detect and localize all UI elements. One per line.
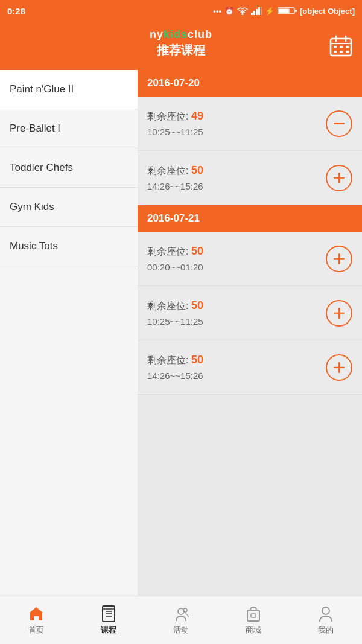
status-icons: ••• ⏰ ⚡ — [213, 7, 355, 16]
svg-rect-7 — [278, 9, 289, 13]
plus-button-3[interactable] — [326, 300, 352, 327]
plus-icon — [334, 362, 345, 373]
profile-icon — [317, 605, 334, 622]
profile-label: 我的 — [318, 625, 334, 636]
bottom-nav: 首页 课程 活动 — [0, 596, 362, 644]
nav-item-courses[interactable]: 课程 — [72, 605, 145, 636]
course-list: 2016-07-20 剩余座位: 49 10:25~~11:25 剩余座位: 5… — [138, 70, 362, 644]
brand-ny: ny — [150, 28, 164, 40]
plus-button-1[interactable] — [326, 165, 352, 191]
plus-button-2[interactable] — [326, 246, 352, 272]
svg-rect-15 — [334, 51, 337, 53]
battery-percent: [object Object] — [300, 7, 355, 16]
course-slot-info: 剩余座位: 50 14:26~~15:26 — [147, 354, 320, 381]
shop-label: 商城 — [246, 625, 261, 636]
course-slot-2-2: 剩余座位: 50 10:25~~11:25 — [138, 286, 362, 340]
minus-icon — [334, 123, 345, 124]
seats-row: 剩余座位: 50 — [147, 245, 320, 258]
shop-icon — [245, 605, 262, 622]
sidebar-item-gym-kids[interactable]: Gym Kids — [0, 188, 138, 227]
course-slot-1-2: 剩余座位: 50 14:26~~15:26 — [138, 151, 362, 205]
plus-icon — [334, 308, 345, 319]
svg-point-28 — [322, 607, 329, 614]
seats-row: 剩余座位: 49 — [147, 110, 320, 123]
brand-kids: kids — [164, 28, 188, 40]
wifi-icon — [237, 7, 248, 15]
sidebar-item-music-tots[interactable]: Music Tots — [0, 227, 138, 266]
status-bar: 0:28 ••• ⏰ ⚡ — [0, 0, 362, 22]
app-header: nykidsclub 推荐课程 — [0, 22, 362, 70]
minus-button-1[interactable] — [326, 110, 352, 137]
calendar-icon[interactable] — [329, 35, 352, 57]
date-header-1: 2016-07-20 — [138, 70, 362, 97]
course-slot-info: 剩余座位: 49 10:25~~11:25 — [147, 110, 320, 137]
nav-item-profile[interactable]: 我的 — [290, 605, 362, 636]
brand-logo: nykidsclub — [150, 28, 212, 41]
svg-rect-4 — [261, 7, 262, 15]
svg-rect-3 — [258, 7, 260, 15]
sidebar: Paint n'Glue II Pre-Ballet I Toddler Che… — [0, 70, 138, 644]
status-time: 0:28 — [7, 6, 25, 16]
course-slot-2-1: 剩余座位: 50 00:20~~01:20 — [138, 232, 362, 286]
svg-rect-27 — [251, 614, 256, 617]
svg-rect-13 — [340, 46, 343, 48]
nav-item-activities[interactable]: 活动 — [145, 605, 217, 636]
book-icon — [100, 605, 117, 622]
course-slot-2-3: 剩余座位: 50 14:26~~15:26 — [138, 340, 362, 395]
svg-point-24 — [178, 608, 184, 614]
svg-rect-1 — [253, 11, 255, 15]
nav-item-shop[interactable]: 商城 — [217, 605, 290, 636]
battery-charging-icon: ⚡ — [265, 7, 275, 16]
main-content: Paint n'Glue II Pre-Ballet I Toddler Che… — [0, 70, 362, 644]
nav-item-home[interactable]: 首页 — [0, 605, 72, 636]
course-slot-info: 剩余座位: 50 00:20~~01:20 — [147, 245, 320, 272]
svg-rect-14 — [346, 46, 349, 48]
svg-rect-0 — [251, 13, 253, 15]
time-row: 14:26~~15:26 — [147, 181, 320, 191]
time-row: 10:25~~11:25 — [147, 127, 320, 137]
brand-club: club — [188, 28, 212, 40]
time-row: 14:26~~15:26 — [147, 371, 320, 381]
signal-icon — [251, 7, 262, 15]
courses-label: 课程 — [101, 625, 116, 636]
plus-icon — [334, 253, 345, 264]
home-label: 首页 — [28, 625, 44, 636]
svg-rect-16 — [340, 51, 343, 53]
ellipsis-icon: ••• — [213, 7, 221, 16]
activities-label: 活动 — [173, 625, 189, 636]
svg-marker-18 — [29, 607, 43, 620]
course-slot-1-1: 剩余座位: 49 10:25~~11:25 — [138, 97, 362, 151]
svg-rect-2 — [256, 9, 258, 15]
battery-icon — [278, 7, 297, 15]
seats-row: 剩余座位: 50 — [147, 299, 320, 313]
home-icon — [28, 605, 45, 622]
sidebar-item-paint-n-glue[interactable]: Paint n'Glue II — [0, 70, 138, 109]
sidebar-item-toddler-chefs[interactable]: Toddler Chefs — [0, 148, 138, 188]
svg-rect-26 — [247, 610, 259, 621]
svg-rect-12 — [334, 46, 337, 48]
course-slot-info: 剩余座位: 50 14:26~~15:26 — [147, 164, 320, 191]
plus-button-4[interactable] — [326, 354, 352, 381]
activities-icon — [173, 605, 189, 622]
time-row: 00:20~~01:20 — [147, 262, 320, 272]
seats-row: 剩余座位: 50 — [147, 164, 320, 177]
alarm-icon: ⏰ — [224, 7, 234, 16]
svg-rect-17 — [346, 51, 349, 53]
time-row: 10:25~~11:25 — [147, 316, 320, 327]
seats-row: 剩余座位: 50 — [147, 354, 320, 367]
course-slot-info: 剩余座位: 50 10:25~~11:25 — [147, 299, 320, 327]
svg-rect-6 — [295, 10, 297, 12]
plus-icon — [334, 173, 345, 183]
page-title: 推荐课程 — [157, 42, 205, 59]
date-header-2: 2016-07-21 — [138, 205, 362, 232]
sidebar-item-pre-ballet[interactable]: Pre-Ballet I — [0, 109, 138, 148]
